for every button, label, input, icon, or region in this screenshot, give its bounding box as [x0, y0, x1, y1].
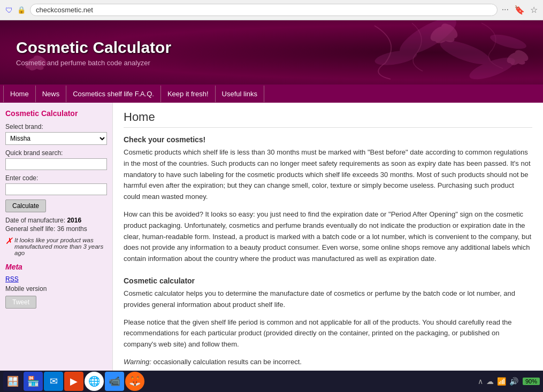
tweet-button[interactable]: Tweet: [5, 296, 36, 309]
svg-point-11: [510, 58, 521, 66]
svg-point-9: [505, 50, 522, 65]
svg-point-4: [467, 53, 517, 83]
section1-p2: How can this be avoided? It looks so eas…: [124, 209, 532, 265]
svg-point-6: [439, 21, 460, 41]
brand-select[interactable]: Missha: [5, 132, 107, 145]
site-title: Cosmetic Calculator: [16, 39, 171, 57]
url-text: checkcosmetic.net: [36, 6, 93, 14]
bookmark-icon[interactable]: 🔖: [514, 5, 525, 15]
nav-home[interactable]: Home: [3, 86, 36, 102]
calculator-section-title: Cosmetic Calculator: [5, 109, 107, 118]
url-bar[interactable]: checkcosmetic.net: [30, 4, 498, 16]
svg-point-1: [438, 36, 493, 69]
svg-point-8: [441, 32, 455, 43]
page-body: Cosmetic Calculator Select brand: Missha…: [0, 103, 543, 392]
svg-point-12: [515, 57, 526, 66]
svg-point-10: [513, 48, 530, 63]
page-title: Home: [124, 110, 532, 128]
taskbar-store-icon[interactable]: 🏪: [24, 372, 43, 391]
header-text: Cosmetic Calculator Cosmetic and perfume…: [16, 39, 171, 67]
nav-news[interactable]: News: [36, 86, 67, 102]
svg-point-0: [395, 20, 461, 62]
taskbar-firefox-icon[interactable]: 🦊: [125, 372, 144, 391]
wifi-icon[interactable]: 📶: [497, 377, 506, 386]
taskbar-sys-icons: ∧ ☁ 📶 🔊: [478, 377, 518, 386]
code-input[interactable]: E13p25: [5, 183, 107, 195]
site-subtitle: Cosmetic and perfume batch code analyzer: [16, 59, 171, 67]
section1-p1: Cosmetic products which shelf life is le…: [124, 147, 532, 203]
quick-search-label: Quick brand search:: [5, 149, 107, 157]
section2-p2: Please notice that the given shelf life …: [124, 317, 532, 350]
battery-indicator: 90%: [523, 378, 540, 385]
section2-p1: Cosmetic calculator helps you to determi…: [124, 288, 532, 311]
svg-point-7: [434, 33, 448, 44]
warning-text: It looks like your product was manufactu…: [14, 237, 107, 256]
section1-title: Check your cosmetics!: [124, 135, 532, 144]
taskbar-right: ∧ ☁ 📶 🔊 90%: [478, 377, 540, 386]
site-header: Cosmetic Calculator Cosmetic and perfume…: [0, 20, 543, 84]
svg-point-2: [374, 48, 418, 68]
site-nav: Home News Cosmetics shelf life F.A.Q. Ke…: [0, 84, 543, 103]
shield-icon: 🛡: [5, 6, 13, 14]
svg-point-5: [428, 24, 449, 44]
main-content: Home Check your cosmetics! Cosmetic prod…: [112, 103, 543, 392]
volume-icon[interactable]: 🔊: [509, 377, 518, 386]
warning-text: occasionally calculation results can be …: [153, 358, 301, 366]
cloud-icon[interactable]: ☁: [486, 377, 494, 386]
warning-paragraph: Warning: occasionally calculation result…: [124, 357, 532, 368]
calculate-button[interactable]: Calculate: [5, 199, 46, 212]
browser-actions: ··· 🔖 ☆: [502, 5, 538, 15]
sidebar: Cosmetic Calculator Select brand: Missha…: [0, 103, 112, 319]
rss-link[interactable]: RSS: [5, 275, 107, 283]
nav-useful-links[interactable]: Useful links: [216, 86, 264, 102]
lock-icon: 🔒: [17, 6, 26, 14]
nav-faq[interactable]: Cosmetics shelf life F.A.Q.: [66, 86, 161, 102]
warning-x-icon: ✗: [5, 237, 12, 245]
brand-label: Select brand:: [5, 123, 107, 130]
manufacture-year: 2016: [67, 217, 81, 224]
section2-title: Cosmetic calculator: [124, 276, 532, 285]
code-label: Enter code:: [5, 174, 107, 182]
mobile-version-link[interactable]: Mobile version: [5, 285, 107, 293]
taskbar-media-icon[interactable]: ▶: [64, 372, 83, 391]
warning-label: Warning:: [124, 358, 151, 366]
taskbar: 🪟 🏪 ✉ ▶ 🌐 📹 🦊 ∧ ☁ 📶 🔊 90%: [0, 371, 543, 392]
warning-box: ✗ It looks like your product was manufac…: [5, 237, 107, 256]
meta-section-title: Meta: [5, 263, 107, 271]
taskbar-chrome-icon[interactable]: 🌐: [85, 372, 104, 391]
manufacture-label: Date of manufacture:: [5, 217, 65, 224]
more-icon[interactable]: ···: [502, 5, 509, 15]
quick-search-input[interactable]: [5, 158, 107, 170]
svg-point-3: [489, 32, 528, 51]
nav-keep-fresh[interactable]: Keep it fresh!: [161, 86, 216, 102]
taskbar-windows-icon[interactable]: 🪟: [3, 372, 22, 391]
browser-chrome: 🛡 🔒 checkcosmetic.net ··· 🔖 ☆: [0, 0, 543, 20]
manufacture-date: Date of manufacture: 2016: [5, 217, 107, 224]
taskbar-zoom-icon[interactable]: 📹: [105, 372, 124, 391]
star-icon[interactable]: ☆: [530, 5, 538, 15]
taskbar-mail-icon[interactable]: ✉: [44, 372, 63, 391]
shelf-life: General shelf life: 36 months: [5, 225, 107, 233]
chevron-up-icon[interactable]: ∧: [478, 377, 483, 386]
